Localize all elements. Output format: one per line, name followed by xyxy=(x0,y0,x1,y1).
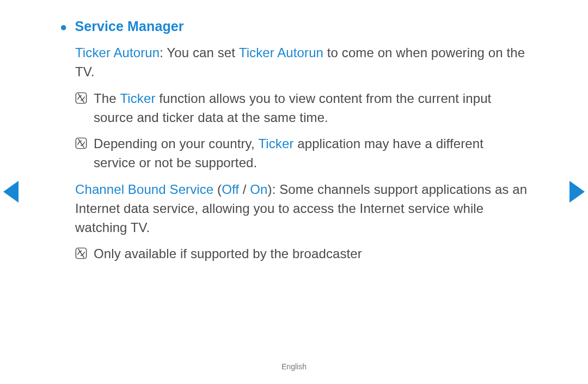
document-body: ● Service Manager Ticker Autorun: You ca… xyxy=(0,0,588,264)
para2-closeparen: ) xyxy=(268,182,272,197)
note-icon xyxy=(75,137,87,149)
nav-next-arrow[interactable] xyxy=(569,181,585,203)
term-ticker-2: Ticker xyxy=(258,136,293,151)
note-2: Depending on your country, Ticker applic… xyxy=(60,135,528,173)
note-3-text: Only available if supported by the broad… xyxy=(94,245,528,264)
bullet-icon: ● xyxy=(60,18,67,36)
term-ticker-autorun: Ticker Autorun xyxy=(75,45,160,60)
heading-text: Service Manager xyxy=(75,16,183,36)
nav-prev-arrow[interactable] xyxy=(3,181,19,203)
heading-row: ● Service Manager xyxy=(60,16,528,36)
note-1: The Ticker function allows you to view c… xyxy=(60,89,528,127)
term-ticker: Ticker xyxy=(120,91,155,106)
note-1-text: The Ticker function allows you to view c… xyxy=(94,89,528,127)
term-channel-bound-service: Channel Bound Service xyxy=(75,182,213,197)
svg-line-1 xyxy=(78,94,84,103)
note-3: Only available if supported by the broad… xyxy=(60,245,528,264)
note1-preA: The xyxy=(94,91,120,106)
option-off: Off xyxy=(222,182,239,197)
note-icon xyxy=(75,247,87,259)
option-on: On xyxy=(250,182,267,197)
note-icon xyxy=(75,92,87,104)
paragraph-channel-bound: Channel Bound Service (Off / On): Some c… xyxy=(60,180,528,237)
para2-openparen: ( xyxy=(213,182,222,197)
footer-language: English xyxy=(0,362,588,371)
svg-line-3 xyxy=(78,139,84,148)
para1-midA: : You can set xyxy=(160,45,239,60)
note-2-text: Depending on your country, Ticker applic… xyxy=(94,135,528,173)
note2-preA: Depending on your country, xyxy=(94,136,258,151)
paragraph-ticker-autorun: Ticker Autorun: You can set Ticker Autor… xyxy=(60,44,528,82)
svg-line-5 xyxy=(78,249,84,258)
para2-slash: / xyxy=(239,182,250,197)
term-ticker-autorun-2: Ticker Autorun xyxy=(239,45,323,60)
